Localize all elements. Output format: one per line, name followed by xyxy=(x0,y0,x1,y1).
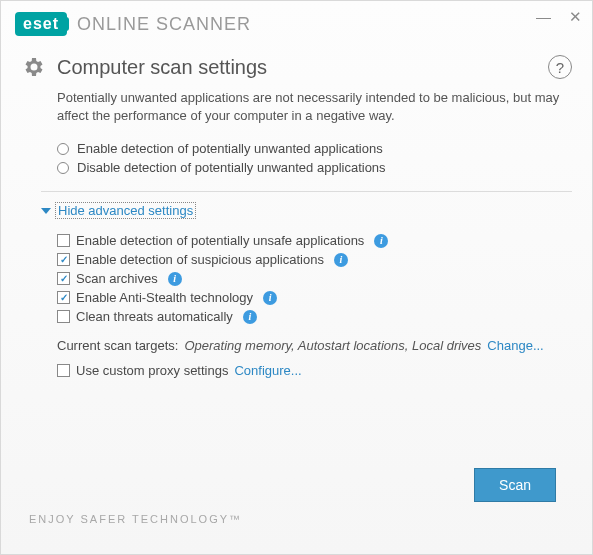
change-targets-link[interactable]: Change... xyxy=(487,338,543,353)
page-description: Potentially unwanted applications are no… xyxy=(57,89,572,125)
brand-logo: eset ONLINE SCANNER xyxy=(15,12,251,36)
info-icon[interactable]: i xyxy=(334,253,348,267)
gear-icon xyxy=(21,55,45,79)
checkbox[interactable] xyxy=(57,234,70,247)
advanced-option-row[interactable]: Clean threats automaticallyi xyxy=(57,307,572,326)
checkbox[interactable] xyxy=(57,272,70,285)
option-label: Enable detection of potentially unsafe a… xyxy=(76,233,364,248)
radio-label: Disable detection of potentially unwante… xyxy=(77,160,386,175)
product-name: ONLINE SCANNER xyxy=(77,14,251,35)
info-icon[interactable]: i xyxy=(243,310,257,324)
app-window: eset ONLINE SCANNER — ✕ Computer scan se… xyxy=(0,0,593,555)
page-header: Computer scan settings ? xyxy=(21,55,572,79)
checkbox[interactable] xyxy=(57,253,70,266)
advanced-option-row[interactable]: Enable detection of potentially unsafe a… xyxy=(57,231,572,250)
checkbox[interactable] xyxy=(57,310,70,323)
radio-enable-pua[interactable]: Enable detection of potentially unwanted… xyxy=(57,139,572,158)
checkbox-proxy[interactable] xyxy=(57,364,70,377)
brand-name: eset xyxy=(15,12,67,36)
advanced-option-row[interactable]: Enable detection of suspicious applicati… xyxy=(57,250,572,269)
option-label: Scan archives xyxy=(76,271,158,286)
footer: ENJOY SAFER TECHNOLOGY™ xyxy=(1,484,592,554)
help-button[interactable]: ? xyxy=(548,55,572,79)
radio-icon xyxy=(57,143,69,155)
toggle-advanced-label: Hide advanced settings xyxy=(55,202,196,219)
radio-label: Enable detection of potentially unwanted… xyxy=(77,141,383,156)
targets-label: Current scan targets: xyxy=(57,338,178,353)
option-label: Enable Anti-Stealth technology xyxy=(76,290,253,305)
window-controls: — ✕ xyxy=(536,9,582,24)
separator xyxy=(41,191,572,192)
info-icon[interactable]: i xyxy=(263,291,277,305)
pua-radio-group: Enable detection of potentially unwanted… xyxy=(57,139,572,177)
checkbox[interactable] xyxy=(57,291,70,304)
option-label: Clean threats automatically xyxy=(76,309,233,324)
close-button[interactable]: ✕ xyxy=(569,9,582,24)
advanced-options: Enable detection of potentially unsafe a… xyxy=(57,231,572,326)
footer-tagline: ENJOY SAFER TECHNOLOGY™ xyxy=(29,513,242,525)
radio-icon xyxy=(57,162,69,174)
page-title: Computer scan settings xyxy=(57,56,548,79)
info-icon[interactable]: i xyxy=(168,272,182,286)
chevron-down-icon xyxy=(41,208,51,214)
minimize-button[interactable]: — xyxy=(536,9,551,24)
content-area: Computer scan settings ? Potentially unw… xyxy=(1,47,592,484)
info-icon[interactable]: i xyxy=(374,234,388,248)
configure-proxy-link[interactable]: Configure... xyxy=(234,363,301,378)
advanced-option-row[interactable]: Scan archivesi xyxy=(57,269,572,288)
proxy-label: Use custom proxy settings xyxy=(76,363,228,378)
radio-disable-pua[interactable]: Disable detection of potentially unwante… xyxy=(57,158,572,177)
advanced-option-row[interactable]: Enable Anti-Stealth technologyi xyxy=(57,288,572,307)
proxy-row: Use custom proxy settings Configure... xyxy=(57,363,572,378)
option-label: Enable detection of suspicious applicati… xyxy=(76,252,324,267)
toggle-advanced-settings[interactable]: Hide advanced settings xyxy=(41,202,572,219)
titlebar: eset ONLINE SCANNER — ✕ xyxy=(1,1,592,47)
scan-targets-row: Current scan targets: Operating memory, … xyxy=(57,338,572,353)
targets-value: Operating memory, Autostart locations, L… xyxy=(184,338,481,353)
